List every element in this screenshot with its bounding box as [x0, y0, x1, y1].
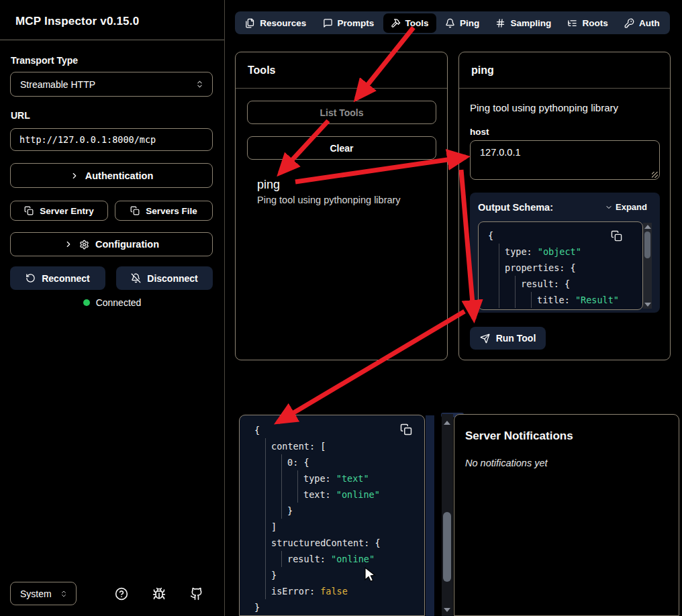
help-icon[interactable]: [115, 587, 128, 601]
servers-file-label: Servers File: [146, 206, 197, 216]
tab-roots[interactable]: Roots: [560, 13, 615, 33]
hash-icon: [495, 18, 505, 28]
server-notifications-title: Server Notifications: [465, 429, 573, 443]
servers-file-button[interactable]: Servers File: [115, 201, 213, 221]
output-schema-label: Output Schema:: [478, 202, 553, 213]
ping-panel-title: ping: [459, 52, 670, 89]
disconnect-button[interactable]: Disconnect: [116, 266, 213, 290]
tab-auth[interactable]: Auth: [617, 13, 667, 33]
tab-ping[interactable]: Ping: [438, 13, 487, 33]
server-notifications-panel: Server Notifications No notifications ye…: [454, 414, 679, 616]
app-title: MCP Inspector v0.15.0: [15, 15, 139, 28]
connection-status: Connected: [0, 297, 224, 308]
configuration-button[interactable]: Configuration: [10, 232, 213, 256]
send-icon: [480, 333, 490, 344]
connection-status-label: Connected: [96, 297, 142, 308]
run-tool-button[interactable]: Run Tool: [470, 327, 546, 350]
copy-schema-button[interactable]: [611, 230, 622, 242]
chevron-right-icon: [64, 240, 73, 249]
no-notifications-message: No notifications yet: [465, 458, 548, 468]
chevron-down-icon: [605, 203, 613, 211]
tab-label: Prompts: [338, 18, 375, 28]
server-entry-button[interactable]: Server Entry: [10, 201, 108, 221]
tab-label: Sampling: [510, 18, 551, 28]
gear-icon: [79, 240, 89, 250]
scroll-down-icon[interactable]: [644, 303, 651, 307]
key-icon: [624, 18, 634, 28]
main-nav: Resources Prompts Tools Ping Sampling Ro…: [235, 11, 670, 34]
files-icon: [245, 18, 255, 28]
chevrons-up-down-icon: [60, 590, 68, 598]
tab-sampling[interactable]: Sampling: [488, 13, 558, 33]
tab-label: Tools: [405, 18, 429, 28]
clear-label: Clear: [330, 143, 353, 154]
transport-type-label: Transport Type: [11, 55, 78, 66]
tools-panel: Tools: [235, 52, 448, 360]
tab-label: Ping: [460, 18, 479, 28]
expand-toggle[interactable]: Expand: [605, 202, 647, 212]
list-tools-label: List Tools: [320, 107, 363, 118]
rotate-ccw-icon: [26, 273, 36, 283]
copy-result-button[interactable]: [400, 423, 412, 435]
authentication-label: Authentication: [85, 170, 154, 181]
scroll-up-icon[interactable]: [444, 421, 450, 425]
bell-icon: [445, 18, 455, 28]
connected-dot-icon: [83, 299, 90, 306]
expand-label: Expand: [616, 202, 647, 212]
tool-result-panel: {content: [0: {type: "text"text: "online…: [239, 415, 425, 616]
tab-resources[interactable]: Resources: [238, 13, 313, 33]
theme-value: System: [20, 588, 52, 599]
list-tools-button[interactable]: List Tools: [247, 101, 436, 124]
chevrons-up-down-icon: [195, 80, 204, 89]
message-square-icon: [323, 18, 333, 28]
disconnect-label: Disconnect: [147, 273, 197, 284]
run-tool-label: Run Tool: [496, 333, 536, 344]
authentication-button[interactable]: Authentication: [10, 163, 213, 188]
url-value: http://127.0.0.1:8000/mcp: [19, 134, 156, 145]
bottom-scroll-thumb[interactable]: [443, 512, 451, 582]
reconnect-label: Reconnect: [42, 273, 90, 284]
tab-tools[interactable]: Tools: [383, 13, 436, 33]
bell-off-icon: [131, 273, 141, 283]
tools-panel-title: Tools: [236, 52, 447, 89]
output-schema-card: Output Schema: Expand {type: "object"pro…: [470, 193, 660, 313]
scroll-up-icon[interactable]: [644, 225, 651, 229]
mcp-inspector-app: MCP Inspector v0.15.0 Transport Type Str…: [0, 0, 682, 616]
chevron-right-icon: [70, 171, 79, 181]
tab-label: Resources: [260, 18, 306, 28]
host-input[interactable]: [470, 140, 660, 180]
tab-label: Roots: [582, 18, 607, 28]
sidebar: MCP Inspector v0.15.0 Transport Type Str…: [0, 0, 225, 616]
clear-button[interactable]: Clear: [247, 136, 436, 160]
host-label: host: [470, 127, 489, 137]
url-input[interactable]: http://127.0.0.1:8000/mcp: [10, 128, 213, 151]
theme-select[interactable]: System: [10, 582, 77, 605]
ping-tool-description: Ping tool using pythonping library: [470, 102, 618, 113]
url-label: URL: [11, 110, 30, 121]
tool-list-item-ping[interactable]: ping: [257, 178, 280, 192]
result-json: {content: [0: {type: "text"text: "online…: [240, 415, 424, 615]
reconnect-button[interactable]: Reconnect: [10, 266, 105, 290]
divider: [0, 40, 224, 40]
server-entry-label: Server Entry: [40, 206, 93, 216]
tool-list-item-description: Ping tool using pythonping library: [257, 195, 401, 205]
resize-handle-icon[interactable]: [652, 172, 658, 178]
bottom-pane-scrollbar[interactable]: [442, 414, 453, 616]
list-tree-icon: [567, 18, 577, 28]
output-schema-code: {type: "object"properties: {result: {tit…: [478, 221, 643, 310]
result-inner-scrollbar[interactable]: [426, 415, 434, 616]
transport-type-value: Streamable HTTP: [20, 79, 95, 90]
transport-type-select[interactable]: Streamable HTTP: [10, 72, 213, 97]
copy-icon: [24, 206, 34, 215]
copy-icon: [130, 206, 140, 215]
tab-label: Auth: [639, 18, 660, 28]
configuration-label: Configuration: [95, 239, 159, 250]
bug-icon[interactable]: [152, 587, 166, 601]
schema-scroll-thumb[interactable]: [644, 232, 650, 258]
github-icon[interactable]: [190, 587, 203, 601]
hammer-icon: [391, 18, 401, 28]
schema-scrollbar[interactable]: [643, 223, 652, 309]
scroll-down-icon[interactable]: [444, 608, 450, 612]
tab-prompts[interactable]: Prompts: [315, 13, 382, 33]
